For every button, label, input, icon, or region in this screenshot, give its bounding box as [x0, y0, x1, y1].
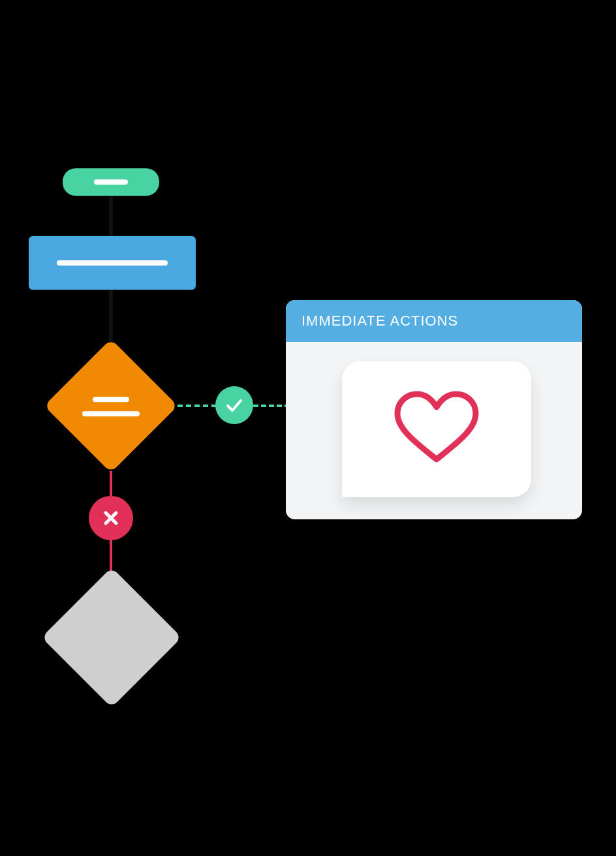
card-header: IMMEDIATE ACTIONS: [286, 300, 582, 342]
card-title: IMMEDIATE ACTIONS: [301, 313, 458, 329]
process-node: [29, 236, 196, 290]
placeholder-bars: [82, 397, 140, 416]
yes-badge: [215, 386, 253, 424]
action-tile: [342, 361, 531, 497]
no-badge: [89, 496, 133, 540]
diamond-shape: [42, 568, 182, 708]
connector-yes: [177, 405, 217, 410]
decision-node: [44, 339, 177, 472]
placeholder-bar: [57, 260, 168, 266]
placeholder-bar: [94, 179, 128, 185]
flowchart-canvas: IMMEDIATE ACTIONS: [0, 0, 616, 856]
connector: [109, 196, 113, 236]
connector-no: [110, 471, 112, 496]
heart-icon: [391, 389, 482, 470]
start-node: [63, 168, 159, 196]
decision-node-empty: [42, 568, 181, 707]
immediate-actions-card: IMMEDIATE ACTIONS: [286, 300, 582, 519]
